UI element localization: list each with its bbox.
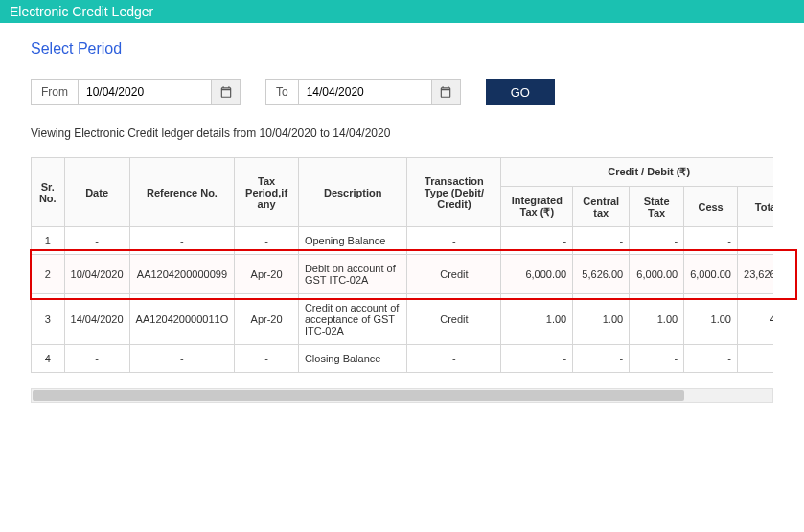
cell-central: -: [573, 227, 630, 255]
cell-desc: Opening Balance: [298, 227, 407, 255]
cell-state: 1.00: [630, 294, 684, 345]
cell-desc: Closing Balance: [298, 345, 407, 373]
table-row: 210/04/2020AA1204200000099Apr-20Debit on…: [32, 255, 774, 294]
horizontal-scrollbar[interactable]: [31, 388, 773, 403]
cell-date: -: [64, 345, 129, 373]
cell-total: -: [738, 345, 774, 373]
cell-total: 4.00: [738, 294, 774, 345]
cell-integrated: 6,000.00: [501, 255, 573, 294]
cell-sr: 1: [32, 227, 65, 255]
cell-txn_type: -: [407, 227, 501, 255]
cell-cess: -: [684, 345, 738, 373]
cell-central: 5,626.00: [573, 255, 630, 294]
cell-tax_period: Apr-20: [235, 294, 299, 345]
cell-total: -: [738, 227, 774, 255]
to-date-group: To: [265, 79, 461, 105]
cell-txn_type: -: [407, 345, 501, 373]
th-sr: Sr. No.: [32, 158, 65, 227]
go-button[interactable]: GO: [486, 79, 555, 105]
section-heading: Select Period: [31, 40, 773, 58]
to-date-input[interactable]: [298, 79, 432, 105]
cell-tax_period: Apr-20: [235, 255, 299, 294]
cell-desc: Credit on account of acceptance of GST I…: [298, 294, 407, 345]
cell-integrated: -: [501, 227, 573, 255]
th-txn-type: Transaction Type (Debit/ Credit): [407, 158, 501, 227]
cell-ref: AA120420000011O: [129, 294, 235, 345]
table-row: 1---Opening Balance------: [32, 227, 774, 255]
page-title: Electronic Credit Ledger: [10, 4, 153, 19]
cell-cess: 6,000.00: [684, 255, 738, 294]
cell-central: -: [573, 345, 630, 373]
from-label: From: [31, 79, 78, 105]
viewing-text: Viewing Electronic Credit ledger details…: [31, 127, 773, 140]
cell-sr: 2: [32, 255, 65, 294]
th-cess: Cess: [684, 187, 738, 227]
page-titlebar: Electronic Credit Ledger: [0, 0, 804, 23]
cell-total: 23,626.00: [738, 255, 774, 294]
from-date-group: From: [31, 79, 241, 105]
cell-cess: -: [684, 227, 738, 255]
cell-cess: 1.00: [684, 294, 738, 345]
cell-tax_period: -: [235, 345, 299, 373]
cell-integrated: 1.00: [501, 294, 573, 345]
th-integrated: Integrated Tax (₹): [501, 187, 573, 227]
horizontal-scrollbar-thumb[interactable]: [33, 390, 684, 401]
cell-txn_type: Credit: [407, 255, 501, 294]
cell-tax_period: -: [235, 227, 299, 255]
cell-state: 6,000.00: [630, 255, 684, 294]
table-row: 4---Closing Balance------: [32, 345, 774, 373]
cell-integrated: -: [501, 345, 573, 373]
th-tax-period: Tax Period,if any: [235, 158, 299, 227]
period-filter-row: From To GO: [31, 79, 773, 105]
table-row: 314/04/2020AA120420000011OApr-20Credit o…: [32, 294, 774, 345]
cell-txn_type: Credit: [407, 294, 501, 345]
ledger-table: Sr. No. Date Reference No. Tax Period,if…: [31, 157, 773, 373]
cell-sr: 4: [32, 345, 65, 373]
ledger-table-scroll[interactable]: Sr. No. Date Reference No. Tax Period,if…: [31, 157, 773, 373]
cell-date: 10/04/2020: [64, 255, 129, 294]
calendar-icon: [439, 85, 452, 99]
cell-ref: AA1204200000099: [129, 255, 235, 294]
cell-desc: Debit on account of GST ITC-02A: [298, 255, 407, 294]
to-calendar-button[interactable]: [432, 79, 461, 105]
cell-state: -: [630, 227, 684, 255]
from-calendar-button[interactable]: [212, 79, 241, 105]
cell-date: -: [64, 227, 129, 255]
calendar-icon: [219, 85, 233, 99]
th-ref: Reference No.: [129, 158, 235, 227]
th-credit-debit: Credit / Debit (₹): [501, 158, 773, 187]
cell-ref: -: [129, 345, 235, 373]
cell-central: 1.00: [573, 294, 630, 345]
th-state: State Tax: [630, 187, 684, 227]
from-date-input[interactable]: [78, 79, 212, 105]
cell-state: -: [630, 345, 684, 373]
th-date: Date: [64, 158, 129, 227]
to-label: To: [265, 79, 298, 105]
cell-date: 14/04/2020: [64, 294, 129, 345]
th-total: Total: [738, 187, 774, 227]
th-desc: Description: [298, 158, 407, 227]
th-central: Central tax: [573, 187, 630, 227]
cell-sr: 3: [32, 294, 65, 345]
cell-ref: -: [129, 227, 235, 255]
